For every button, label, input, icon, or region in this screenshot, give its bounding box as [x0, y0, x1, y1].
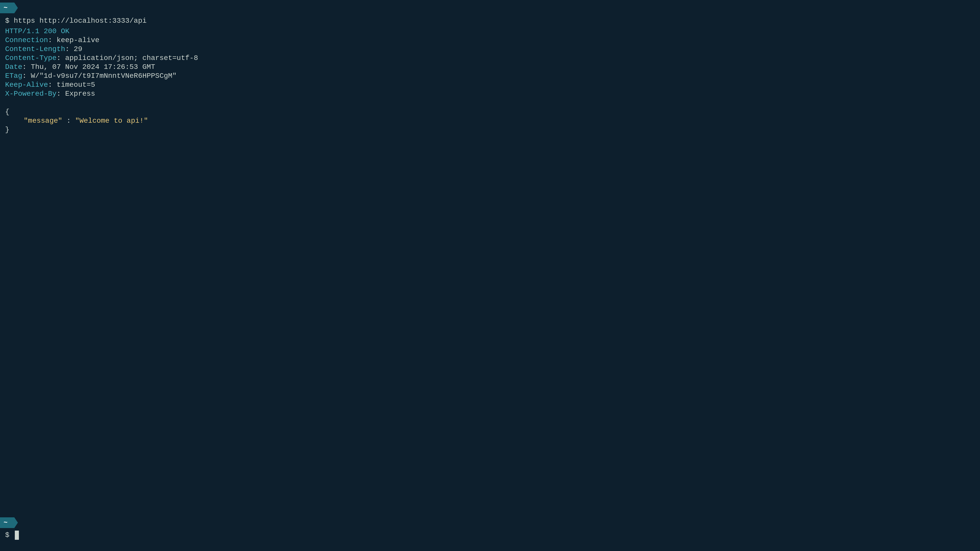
header-key-content-length: Content-Length — [5, 45, 65, 53]
header-key-keep-alive: Keep-Alive — [5, 81, 48, 89]
tab-tilde-label: ~ — [3, 4, 8, 12]
header-key-date: Date — [5, 63, 22, 71]
header-value-date: Thu, 07 Nov 2024 17:26:53 GMT — [31, 63, 155, 71]
header-key-connection: Connection — [5, 36, 48, 44]
header-value-content-length: 29 — [74, 45, 83, 53]
header-value-connection: keep-alive — [57, 36, 100, 44]
json-close-brace: } — [5, 126, 975, 134]
http-status-line: HTTP/1.1 200 OK — [5, 27, 975, 35]
tab-tilde-bottom-label: ~ — [3, 519, 8, 527]
top-tab-bar: ~ — [0, 3, 980, 13]
header-content-length: Content-Length: 29 — [5, 45, 975, 53]
header-content-type: Content-Type: application/json; charset=… — [5, 54, 975, 62]
tab-tilde-top[interactable]: ~ — [0, 3, 18, 13]
bottom-prompt-dollar: $ — [5, 531, 10, 539]
prompt-dollar: $ — [5, 17, 10, 25]
header-value-content-type: application/json; charset=utf-8 — [65, 54, 198, 62]
header-key-etag: ETag — [5, 72, 22, 80]
empty-line-1 — [5, 99, 975, 108]
bottom-prompt-line: $ — [0, 530, 980, 541]
json-message-key: "message" — [24, 117, 62, 125]
header-value-keep-alive: timeout=5 — [57, 81, 95, 89]
header-key-x-powered-by: X-Powered-By — [5, 90, 57, 98]
terminal: ~ $ https http://localhost:3333/api HTTP… — [0, 0, 980, 551]
http-status-text: HTTP/1.1 200 OK — [5, 27, 69, 35]
header-value-x-powered-by: Express — [65, 90, 95, 98]
header-connection: Connection: keep-alive — [5, 36, 975, 44]
header-etag: ETag: W/"1d-v9su7/t9I7mNnntVNeR6HPPSCgM" — [5, 72, 975, 80]
header-key-content-type: Content-Type — [5, 54, 57, 62]
json-close-brace-text: } — [5, 126, 10, 134]
prompt-command: https http://localhost:3333/api — [14, 17, 147, 25]
prompt-line: $ https http://localhost:3333/api — [5, 17, 975, 25]
json-message-line: "message" : "Welcome to api!" — [5, 117, 975, 125]
terminal-content: $ https http://localhost:3333/api HTTP/1… — [0, 15, 980, 136]
json-open-brace-text: { — [5, 108, 10, 116]
tab-tilde-bottom[interactable]: ~ — [0, 517, 18, 528]
bottom-tab-bar: ~ — [0, 517, 980, 528]
header-x-powered-by: X-Powered-By: Express — [5, 90, 975, 98]
header-keep-alive: Keep-Alive: timeout=5 — [5, 81, 975, 89]
header-value-etag: W/"1d-v9su7/t9I7mNnntVNeR6HPPSCgM" — [31, 72, 177, 80]
json-open-brace: { — [5, 108, 975, 116]
terminal-cursor — [15, 530, 19, 540]
bottom-section: ~ $ — [0, 517, 980, 541]
header-date: Date: Thu, 07 Nov 2024 17:26:53 GMT — [5, 63, 975, 71]
json-message-value: "Welcome to api!" — [75, 117, 148, 125]
json-colon: : — [67, 117, 75, 125]
